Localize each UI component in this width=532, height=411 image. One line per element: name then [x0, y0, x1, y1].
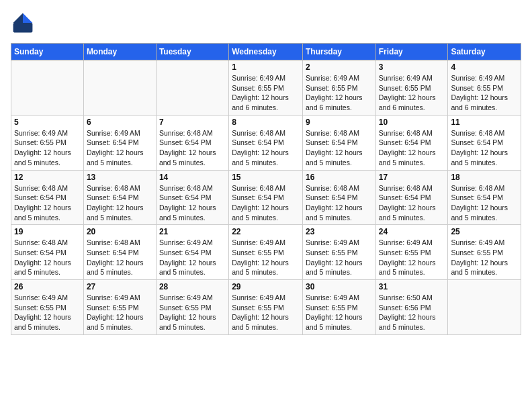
day-info: Sunrise: 6:48 AM Sunset: 6:54 PM Dayligh… [159, 183, 226, 223]
day-number: 19 [14, 227, 81, 236]
calendar-day-cell: 25Sunrise: 6:49 AM Sunset: 6:55 PM Dayli… [448, 225, 521, 280]
day-info: Sunrise: 6:49 AM Sunset: 6:55 PM Dayligh… [232, 73, 300, 113]
page-header [11, 11, 521, 35]
calendar-header: SundayMondayTuesdayWednesdayThursdayFrid… [11, 44, 521, 60]
svg-marker-1 [13, 13, 23, 23]
calendar-day-cell: 24Sunrise: 6:49 AM Sunset: 6:55 PM Dayli… [375, 225, 448, 280]
day-info: Sunrise: 6:49 AM Sunset: 6:55 PM Dayligh… [306, 293, 373, 332]
day-info: Sunrise: 6:48 AM Sunset: 6:54 PM Dayligh… [232, 128, 300, 168]
day-number: 12 [14, 173, 81, 182]
day-info: Sunrise: 6:49 AM Sunset: 6:55 PM Dayligh… [232, 238, 300, 277]
day-number: 4 [451, 62, 518, 72]
calendar-day-cell: 28Sunrise: 6:49 AM Sunset: 6:55 PM Dayli… [156, 280, 228, 335]
calendar-day-cell [11, 60, 84, 116]
calendar-day-cell: 1Sunrise: 6:49 AM Sunset: 6:55 PM Daylig… [229, 60, 303, 116]
day-number: 10 [379, 118, 445, 127]
calendar-day-cell: 15Sunrise: 6:48 AM Sunset: 6:54 PM Dayli… [229, 170, 303, 225]
calendar-day-cell: 4Sunrise: 6:49 AM Sunset: 6:55 PM Daylig… [448, 60, 521, 116]
weekday-header: Tuesday [156, 44, 228, 60]
day-number: 16 [306, 173, 373, 182]
calendar-day-cell: 14Sunrise: 6:48 AM Sunset: 6:54 PM Dayli… [156, 170, 228, 225]
calendar-week-row: 26Sunrise: 6:49 AM Sunset: 6:55 PM Dayli… [11, 280, 521, 335]
day-info: Sunrise: 6:49 AM Sunset: 6:55 PM Dayligh… [159, 293, 226, 332]
day-info: Sunrise: 6:49 AM Sunset: 6:55 PM Dayligh… [14, 293, 81, 332]
day-number: 2 [306, 62, 373, 72]
day-info: Sunrise: 6:48 AM Sunset: 6:54 PM Dayligh… [232, 183, 300, 223]
day-info: Sunrise: 6:48 AM Sunset: 6:54 PM Dayligh… [306, 183, 373, 223]
calendar-day-cell: 11Sunrise: 6:48 AM Sunset: 6:54 PM Dayli… [448, 115, 521, 170]
weekday-header: Wednesday [229, 44, 303, 60]
day-number: 21 [159, 227, 226, 236]
day-number: 1 [232, 62, 300, 72]
day-number: 24 [379, 227, 445, 236]
calendar-week-row: 12Sunrise: 6:48 AM Sunset: 6:54 PM Dayli… [11, 170, 521, 225]
day-info: Sunrise: 6:48 AM Sunset: 6:54 PM Dayligh… [14, 238, 81, 277]
calendar-day-cell [83, 60, 156, 116]
day-number: 23 [306, 227, 373, 236]
day-info: Sunrise: 6:49 AM Sunset: 6:55 PM Dayligh… [14, 128, 81, 168]
calendar-day-cell: 30Sunrise: 6:49 AM Sunset: 6:55 PM Dayli… [302, 280, 375, 335]
calendar-day-cell: 2Sunrise: 6:49 AM Sunset: 6:55 PM Daylig… [302, 60, 375, 116]
day-info: Sunrise: 6:49 AM Sunset: 6:55 PM Dayligh… [232, 293, 300, 332]
weekday-header: Friday [375, 44, 448, 60]
day-info: Sunrise: 6:48 AM Sunset: 6:54 PM Dayligh… [306, 128, 373, 168]
weekday-header: Sunday [11, 44, 84, 60]
day-number: 27 [87, 282, 153, 291]
day-info: Sunrise: 6:49 AM Sunset: 6:55 PM Dayligh… [306, 73, 373, 113]
calendar-day-cell: 22Sunrise: 6:49 AM Sunset: 6:55 PM Dayli… [229, 225, 303, 280]
calendar-day-cell: 3Sunrise: 6:49 AM Sunset: 6:55 PM Daylig… [375, 60, 448, 116]
day-number: 14 [159, 173, 226, 182]
calendar-day-cell: 5Sunrise: 6:49 AM Sunset: 6:55 PM Daylig… [11, 115, 84, 170]
day-info: Sunrise: 6:49 AM Sunset: 6:55 PM Dayligh… [379, 238, 445, 277]
day-info: Sunrise: 6:49 AM Sunset: 6:55 PM Dayligh… [379, 73, 445, 113]
weekday-header: Thursday [302, 44, 375, 60]
day-number: 17 [379, 173, 445, 182]
calendar-day-cell: 29Sunrise: 6:49 AM Sunset: 6:55 PM Dayli… [229, 280, 303, 335]
calendar-day-cell: 27Sunrise: 6:49 AM Sunset: 6:55 PM Dayli… [83, 280, 156, 335]
calendar-day-cell: 20Sunrise: 6:48 AM Sunset: 6:54 PM Dayli… [83, 225, 156, 280]
day-info: Sunrise: 6:49 AM Sunset: 6:54 PM Dayligh… [87, 128, 153, 168]
calendar-day-cell: 12Sunrise: 6:48 AM Sunset: 6:54 PM Dayli… [11, 170, 84, 225]
day-info: Sunrise: 6:49 AM Sunset: 6:54 PM Dayligh… [159, 238, 226, 277]
day-info: Sunrise: 6:50 AM Sunset: 6:56 PM Dayligh… [379, 293, 445, 332]
day-number: 13 [87, 173, 153, 182]
day-number: 28 [159, 282, 226, 291]
logo [11, 11, 39, 35]
day-info: Sunrise: 6:49 AM Sunset: 6:55 PM Dayligh… [87, 293, 153, 332]
day-info: Sunrise: 6:48 AM Sunset: 6:54 PM Dayligh… [87, 183, 153, 223]
day-number: 22 [232, 227, 300, 236]
day-info: Sunrise: 6:48 AM Sunset: 6:54 PM Dayligh… [87, 238, 153, 277]
day-number: 8 [232, 118, 300, 127]
day-number: 26 [14, 282, 81, 291]
calendar-day-cell: 10Sunrise: 6:48 AM Sunset: 6:54 PM Dayli… [375, 115, 448, 170]
calendar-day-cell: 26Sunrise: 6:49 AM Sunset: 6:55 PM Dayli… [11, 280, 84, 335]
calendar-week-row: 19Sunrise: 6:48 AM Sunset: 6:54 PM Dayli… [11, 225, 521, 280]
day-number: 3 [379, 62, 445, 72]
day-number: 15 [232, 173, 300, 182]
weekday-header: Saturday [448, 44, 521, 60]
day-info: Sunrise: 6:49 AM Sunset: 6:55 PM Dayligh… [451, 238, 518, 277]
day-number: 18 [451, 173, 518, 182]
calendar-day-cell: 8Sunrise: 6:48 AM Sunset: 6:54 PM Daylig… [229, 115, 303, 170]
day-info: Sunrise: 6:48 AM Sunset: 6:54 PM Dayligh… [451, 128, 518, 168]
calendar-body: 1Sunrise: 6:49 AM Sunset: 6:55 PM Daylig… [11, 60, 521, 335]
svg-marker-0 [23, 13, 32, 23]
day-info: Sunrise: 6:48 AM Sunset: 6:54 PM Dayligh… [379, 128, 445, 168]
calendar-day-cell: 23Sunrise: 6:49 AM Sunset: 6:55 PM Dayli… [302, 225, 375, 280]
day-info: Sunrise: 6:48 AM Sunset: 6:54 PM Dayligh… [451, 183, 518, 223]
day-info: Sunrise: 6:49 AM Sunset: 6:55 PM Dayligh… [306, 238, 373, 277]
day-info: Sunrise: 6:48 AM Sunset: 6:54 PM Dayligh… [379, 183, 445, 223]
calendar-table: SundayMondayTuesdayWednesdayThursdayFrid… [11, 43, 521, 335]
day-number: 9 [306, 118, 373, 127]
calendar-week-row: 1Sunrise: 6:49 AM Sunset: 6:55 PM Daylig… [11, 60, 521, 116]
calendar-day-cell: 9Sunrise: 6:48 AM Sunset: 6:54 PM Daylig… [302, 115, 375, 170]
calendar-day-cell: 21Sunrise: 6:49 AM Sunset: 6:54 PM Dayli… [156, 225, 228, 280]
calendar-day-cell: 7Sunrise: 6:48 AM Sunset: 6:54 PM Daylig… [156, 115, 228, 170]
calendar-week-row: 5Sunrise: 6:49 AM Sunset: 6:55 PM Daylig… [11, 115, 521, 170]
weekday-row: SundayMondayTuesdayWednesdayThursdayFrid… [11, 44, 521, 60]
calendar-day-cell: 16Sunrise: 6:48 AM Sunset: 6:54 PM Dayli… [302, 170, 375, 225]
day-number: 30 [306, 282, 373, 291]
day-number: 29 [232, 282, 300, 291]
calendar-day-cell [448, 280, 521, 335]
day-number: 20 [87, 227, 153, 236]
